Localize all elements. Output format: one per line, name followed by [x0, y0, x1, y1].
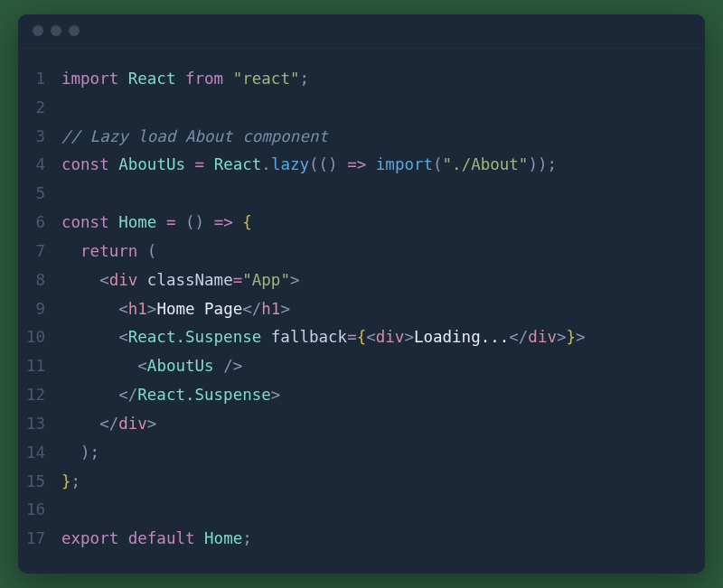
code-line: 4const AboutUs = React.lazy(() => import…	[18, 151, 705, 180]
code-content: </React.Suspense>	[61, 381, 705, 410]
line-number: 8	[18, 266, 61, 295]
code-line: 9 <h1>Home Page</h1>	[18, 295, 705, 324]
code-line: 5	[18, 180, 705, 209]
code-content: import React from "react";	[61, 65, 705, 94]
line-number: 3	[18, 123, 61, 152]
line-number: 14	[18, 439, 61, 468]
line-number: 11	[18, 352, 61, 381]
line-number: 6	[18, 209, 61, 238]
code-area: 1import React from "react";2 3// Lazy lo…	[18, 49, 705, 574]
line-number: 13	[18, 410, 61, 439]
code-line: 7 return (	[18, 238, 705, 266]
code-line: 6const Home = () => {	[18, 209, 705, 238]
code-window: 1import React from "react";2 3// Lazy lo…	[18, 14, 705, 574]
code-content: const AboutUs = React.lazy(() => import(…	[61, 151, 705, 180]
code-content: return (	[61, 238, 705, 266]
code-content: <h1>Home Page</h1>	[61, 295, 705, 324]
minimize-icon[interactable]	[51, 25, 61, 36]
line-number: 9	[18, 295, 61, 324]
code-line: 16	[18, 496, 705, 525]
close-icon[interactable]	[33, 25, 43, 36]
titlebar	[18, 14, 705, 49]
code-line: 13 </div>	[18, 410, 705, 439]
line-number: 7	[18, 238, 61, 266]
code-line: 17export default Home;	[18, 525, 705, 554]
code-line: 3// Lazy load About component	[18, 123, 705, 152]
code-content	[61, 180, 705, 209]
line-number: 1	[18, 65, 61, 94]
code-content: // Lazy load About component	[61, 123, 705, 152]
line-number: 12	[18, 381, 61, 410]
line-number: 4	[18, 151, 61, 180]
line-number: 17	[18, 525, 61, 554]
code-content: </div>	[61, 410, 705, 439]
code-content: <div className="App">	[61, 266, 705, 295]
line-number: 5	[18, 180, 61, 209]
line-number: 16	[18, 496, 61, 525]
code-line: 12 </React.Suspense>	[18, 381, 705, 410]
code-line: 1import React from "react";	[18, 65, 705, 94]
code-line: 2	[18, 94, 705, 123]
code-content: const Home = () => {	[61, 209, 705, 238]
code-line: 8 <div className="App">	[18, 266, 705, 295]
code-content: <React.Suspense fallback={<div>Loading..…	[61, 323, 705, 352]
code-content: <AboutUs />	[61, 352, 705, 381]
maximize-icon[interactable]	[69, 25, 80, 36]
line-number: 15	[18, 468, 61, 497]
code-content	[61, 94, 705, 123]
code-line: 11 <AboutUs />	[18, 352, 705, 381]
code-content	[61, 496, 705, 525]
line-number: 10	[18, 323, 61, 352]
code-line: 15};	[18, 468, 705, 497]
code-content: export default Home;	[61, 525, 705, 554]
code-line: 10 <React.Suspense fallback={<div>Loadin…	[18, 323, 705, 352]
code-line: 14 );	[18, 439, 705, 468]
code-content: );	[61, 439, 705, 468]
line-number: 2	[18, 94, 61, 123]
code-content: };	[61, 468, 705, 497]
